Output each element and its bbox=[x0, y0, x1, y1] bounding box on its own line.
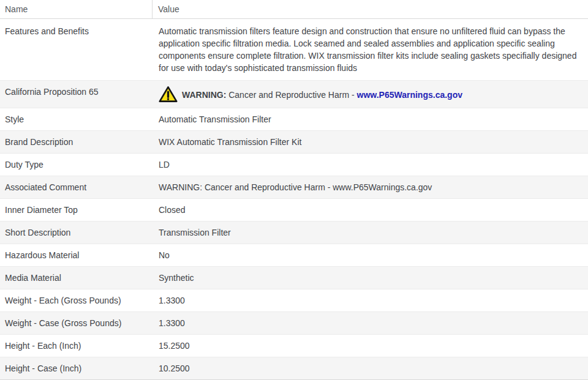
row-name: Weight - Each (Gross Pounds) bbox=[0, 294, 153, 307]
row-name: Hazardous Material bbox=[0, 249, 153, 261]
row-value: No bbox=[153, 249, 588, 261]
table-row: Height - Each (Inch) 15.2500 bbox=[0, 334, 588, 357]
table-row: Hazardous Material No bbox=[0, 244, 588, 266]
row-value: 15.2500 bbox=[153, 340, 588, 352]
row-name: Duty Type bbox=[0, 158, 153, 171]
warning-text: Cancer and Reproductive Harm - bbox=[228, 90, 354, 100]
row-value: WARNING: Cancer and Reproductive Harm - … bbox=[153, 181, 588, 193]
row-name: Inner Diameter Top bbox=[0, 204, 153, 216]
row-value: LD bbox=[153, 158, 588, 171]
row-name: Height - Each (Inch) bbox=[0, 340, 153, 352]
warning-label: WARNING: bbox=[182, 90, 226, 100]
row-value-warning: WARNING: Cancer and Reproductive Harm - … bbox=[153, 86, 588, 103]
table-row: Style Automatic Transmission Filter bbox=[0, 108, 588, 130]
row-name: Media Material bbox=[0, 272, 153, 284]
p65-link[interactable]: www.P65Warnings.ca.gov bbox=[357, 90, 462, 100]
row-value: 10.2500 bbox=[153, 362, 588, 374]
row-name: Features and Benefits bbox=[0, 25, 153, 37]
table-row: Short Description Transmission Filter bbox=[0, 221, 588, 244]
spec-table-body: Features and Benefits Automatic transmis… bbox=[0, 19, 588, 379]
column-header-name: Name bbox=[0, 0, 153, 18]
table-row: Brand Description WIX Automatic Transmis… bbox=[0, 130, 588, 153]
table-row: Weight - Case (Gross Pounds) 1.3300 bbox=[0, 311, 588, 334]
column-header-value: Value bbox=[153, 4, 588, 14]
row-value: Automatic Transmission Filter bbox=[153, 113, 588, 125]
row-value: 1.3300 bbox=[153, 294, 588, 307]
table-header: Name Value bbox=[0, 0, 588, 19]
table-row: Duty Type LD bbox=[0, 153, 588, 176]
row-name: Associated Comment bbox=[0, 181, 153, 193]
row-value: WIX Automatic Transmission Filter Kit bbox=[153, 136, 588, 148]
row-name: California Proposition 65 bbox=[0, 86, 153, 98]
row-value: Automatic transmission filters feature d… bbox=[153, 25, 588, 74]
table-row: Media Material Synthetic bbox=[0, 266, 588, 289]
row-value: 1.3300 bbox=[153, 317, 588, 329]
row-name: Height - Case (Inch) bbox=[0, 362, 153, 374]
row-value: Transmission Filter bbox=[153, 226, 588, 239]
row-value: Closed bbox=[153, 204, 588, 216]
table-row: Weight - Each (Gross Pounds) 1.3300 bbox=[0, 289, 588, 311]
row-value: Synthetic bbox=[153, 272, 588, 284]
spec-table: Name Value Features and Benefits Automat… bbox=[0, 0, 588, 380]
row-name: Short Description bbox=[0, 226, 153, 239]
row-name: Brand Description bbox=[0, 136, 153, 148]
table-row: Features and Benefits Automatic transmis… bbox=[0, 19, 588, 80]
table-row: California Proposition 65 WARNING: Cance… bbox=[0, 80, 588, 108]
row-name: Style bbox=[0, 113, 153, 125]
row-name: Weight - Case (Gross Pounds) bbox=[0, 317, 153, 329]
table-row: Height - Case (Inch) 10.2500 bbox=[0, 357, 588, 379]
warning-triangle-icon bbox=[159, 86, 178, 103]
table-row: Inner Diameter Top Closed bbox=[0, 198, 588, 221]
table-row: Associated Comment WARNING: Cancer and R… bbox=[0, 176, 588, 198]
